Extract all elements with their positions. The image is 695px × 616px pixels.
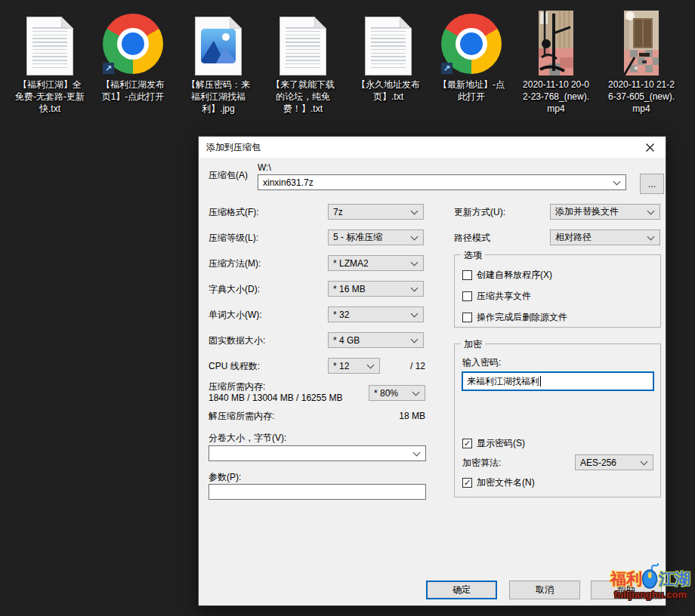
create-sfx-checkbox[interactable]: 创建自释放程序(X) <box>462 269 552 282</box>
method-combo[interactable]: * LZMA2 <box>328 255 424 271</box>
memory-compress-value: 1840 MB / 13004 MB / 16255 MB <box>208 393 342 404</box>
desktop-icon-forum-txt[interactable]: 【来了就能下载的论坛，纯免费！】.txt <box>264 11 342 115</box>
chevron-down-icon <box>413 449 421 457</box>
password-label: 输入密码: <box>462 357 501 368</box>
dialog-titlebar: 添加到压缩包 <box>199 137 666 158</box>
dictionary-combo[interactable]: * 16 MB <box>328 281 424 297</box>
text-file-icon <box>280 11 326 75</box>
icon-label: 【最新地址】-点此打开 <box>437 79 507 103</box>
chevron-down-icon <box>411 259 419 266</box>
level-label: 压缩等级(L): <box>208 233 258 244</box>
cpu-threads-combo[interactable]: * 12 <box>328 358 380 374</box>
encryption-method-combo[interactable]: AES-256 <box>575 454 653 470</box>
update-mode-combo[interactable]: 添加并替换文件 <box>550 204 660 220</box>
memory-percent-combo[interactable]: * 80% <box>369 385 425 401</box>
parameters-input[interactable] <box>208 484 426 500</box>
icon-label: 【来了就能下载的论坛，纯免费！】.txt <box>268 79 338 115</box>
encryption-group-title: 加密 <box>461 338 485 351</box>
icon-label: 2020-11-10 21-26-37-605_(new).mp4 <box>607 79 677 115</box>
desktop-icon-password-jpg[interactable]: 【解压密码：来福利江湖找福利】.jpg <box>179 11 258 115</box>
chevron-down-icon <box>613 178 621 186</box>
solid-block-combo[interactable]: * 4 GB <box>328 332 424 348</box>
chevron-down-icon <box>411 310 419 318</box>
memory-decompress-value: 18 MB <box>208 411 425 422</box>
chevron-down-icon <box>412 389 420 396</box>
desktop-icon-freebie-txt[interactable]: 【福利江湖】全免费-无套路-更新快.txt <box>11 11 89 115</box>
archive-drive-path: W:\ <box>258 162 271 174</box>
checkbox-checked-icon <box>462 439 472 448</box>
word-size-combo[interactable]: * 32 <box>328 306 424 322</box>
chevron-down-icon <box>647 233 655 241</box>
level-combo[interactable]: 5 - 标准压缩 <box>328 229 424 245</box>
image-file-icon <box>195 11 242 75</box>
cpu-threads-max: / 12 <box>385 361 425 372</box>
shared-files-checkbox[interactable]: 压缩共享文件 <box>462 290 531 303</box>
chrome-icon: ↗ <box>103 11 163 75</box>
desktop-icon-address-txt[interactable]: 【永久地址发布页】.txt <box>349 11 428 103</box>
browse-button[interactable]: ... <box>640 174 664 194</box>
checkbox-icon <box>462 270 472 280</box>
icon-label: 【福利江湖】全免费-无套路-更新快.txt <box>15 79 85 115</box>
format-label: 压缩格式(F): <box>208 207 259 218</box>
watermark-brand-left: 福利 <box>610 571 642 587</box>
text-file-icon <box>26 11 73 75</box>
method-label: 压缩方法(M): <box>208 258 261 270</box>
solid-block-label: 固实数据大小: <box>208 335 265 346</box>
chevron-down-icon <box>411 208 419 215</box>
show-password-checkbox[interactable]: 显示密码(S) <box>462 437 525 450</box>
desktop-icon-chrome-shortcut-1[interactable]: ↗ 【福利江湖发布页1】-点此打开 <box>94 11 172 103</box>
chevron-down-icon <box>411 336 419 343</box>
chevron-down-icon <box>641 458 648 466</box>
mouse-icon <box>641 563 659 589</box>
path-mode-label: 路径模式 <box>454 233 490 244</box>
video-thumbnail-icon <box>539 11 573 75</box>
options-group-title: 选项 <box>461 249 485 262</box>
chevron-down-icon <box>647 208 655 215</box>
add-to-archive-dialog: 添加到压缩包 压缩包(A) W:\ xinxin631.7z ... 压缩格式(… <box>198 136 666 606</box>
delete-after-checkbox[interactable]: 操作完成后删除源文件 <box>462 311 567 324</box>
word-size-label: 单词大小(W): <box>208 310 262 321</box>
checkbox-checked-icon <box>462 478 472 488</box>
text-cursor <box>540 376 541 387</box>
parameters-label: 参数(P): <box>208 472 241 483</box>
ok-button[interactable]: 确定 <box>426 581 497 599</box>
encryption-method-label: 加密算法: <box>462 457 501 469</box>
volume-size-label: 分卷大小，字节(V): <box>208 433 286 444</box>
icon-label: 【永久地址发布页】.txt <box>354 79 424 103</box>
archive-name-value: xinxin631.7z <box>263 177 314 188</box>
close-icon[interactable] <box>634 137 666 158</box>
memory-compress-label: 压缩所需内存: <box>208 381 265 393</box>
desktop-icon-chrome-shortcut-2[interactable]: ↗ 【最新地址】-点此打开 <box>432 11 511 103</box>
dialog-title: 添加到压缩包 <box>199 141 261 154</box>
desktop-icon-video-2[interactable]: 2020-11-10 21-26-37-605_(new).mp4 <box>602 11 681 115</box>
icon-label: 2020-11-10 20-02-23-768_(new).mp4 <box>521 79 592 115</box>
video-thumbnail-icon <box>624 11 659 75</box>
update-mode-label: 更新方式(U): <box>454 207 505 218</box>
chevron-down-icon <box>367 362 375 369</box>
watermark-url: fulijianghu.com <box>607 589 693 600</box>
password-input[interactable]: 来福利江湖找福利 <box>462 371 654 391</box>
watermark-brand-right: 江湖 <box>659 571 690 587</box>
icon-label: 【解压密码：来福利江湖找福利】.jpg <box>184 79 254 115</box>
archive-label: 压缩包(A) <box>208 170 248 181</box>
icon-label: 【福利江湖发布页1】-点此打开 <box>98 79 168 103</box>
format-combo[interactable]: 7z <box>328 204 424 220</box>
encrypt-filenames-checkbox[interactable]: 加密文件名(N) <box>462 476 535 489</box>
shortcut-arrow-icon: ↗ <box>103 63 114 74</box>
chevron-down-icon <box>411 233 419 241</box>
cancel-button[interactable]: 取消 <box>509 581 580 599</box>
chevron-down-icon <box>411 285 419 292</box>
fulijianghu-watermark: 福利 江湖 fulijianghu.com <box>607 568 693 600</box>
path-mode-combo[interactable]: 相对路径 <box>550 229 660 245</box>
cpu-threads-label: CPU 线程数: <box>208 361 260 372</box>
desktop-icon-video-1[interactable]: 2020-11-10 20-02-23-768_(new).mp4 <box>517 11 595 115</box>
dictionary-label: 字典大小(D): <box>208 284 260 295</box>
archive-name-combo[interactable]: xinxin631.7z <box>258 174 626 190</box>
checkbox-icon <box>462 291 472 301</box>
volume-size-combo[interactable] <box>208 445 426 461</box>
chrome-icon: ↗ <box>441 11 502 75</box>
checkbox-icon <box>462 313 472 322</box>
shortcut-arrow-icon: ↗ <box>441 63 453 74</box>
text-file-icon <box>365 11 412 75</box>
